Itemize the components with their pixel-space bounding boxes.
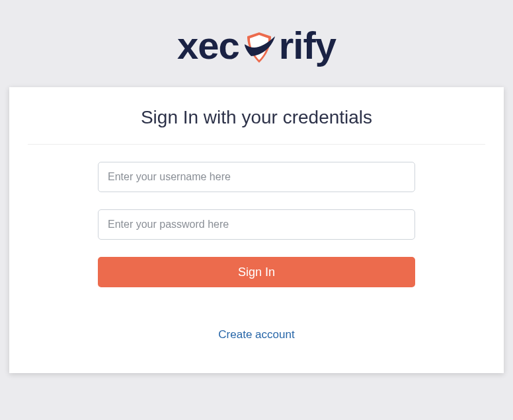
signin-button[interactable]: Sign In: [98, 257, 415, 287]
brand-text-right: rify: [279, 23, 336, 67]
logo-area: xec rify: [177, 0, 336, 87]
username-input[interactable]: [98, 162, 415, 192]
signin-card: Sign In with your credentials Sign In Cr…: [9, 87, 504, 373]
create-account-wrap: Create account: [98, 328, 415, 341]
signin-form: Sign In Create account: [98, 162, 415, 341]
brand-text-left: xec: [177, 23, 239, 67]
page-container: xec rify Sign In with your credentials S…: [0, 0, 513, 420]
shield-check-icon: [241, 30, 278, 67]
password-input[interactable]: [98, 209, 415, 240]
card-heading: Sign In with your credentials: [9, 87, 504, 144]
divider: [28, 144, 485, 145]
create-account-link[interactable]: Create account: [218, 328, 294, 341]
brand-logo: xec rify: [177, 23, 336, 67]
